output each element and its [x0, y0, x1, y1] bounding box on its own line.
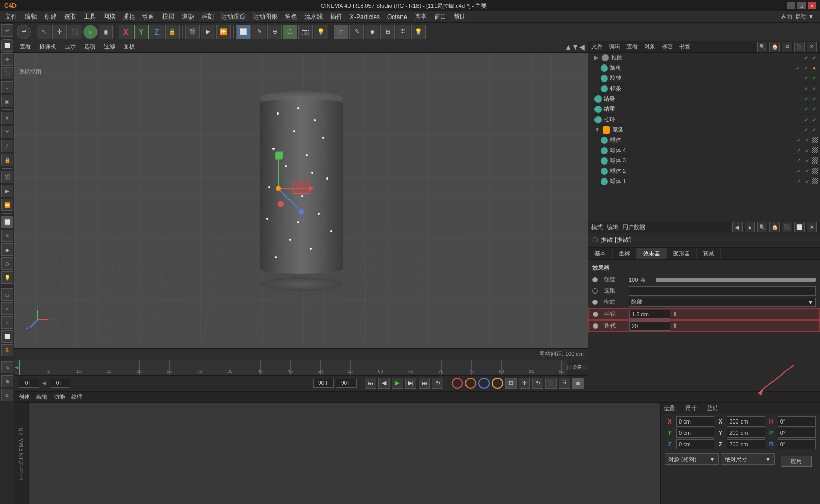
render-view-btn[interactable]: 🎬: [1, 171, 13, 183]
lock-btn[interactable]: 🔒: [1, 154, 13, 166]
menu-octane[interactable]: Octane: [384, 12, 410, 22]
menu-tools[interactable]: 工具: [81, 11, 99, 22]
obj-check2[interactable]: ✓: [803, 178, 811, 185]
z-axis-tool[interactable]: Z: [150, 25, 164, 39]
vp-camera[interactable]: 摄像机: [37, 43, 58, 51]
settings-btn[interactable]: ⚙: [1, 389, 13, 401]
bt-edit[interactable]: 编辑: [36, 393, 47, 401]
transform-tool[interactable]: ▣: [1, 95, 13, 107]
obj-arrow-tuisan[interactable]: ▶: [594, 55, 599, 60]
obj-arrow-clone[interactable]: ▼: [594, 127, 600, 133]
menu-select[interactable]: 选取: [61, 11, 79, 22]
om-bookmarks[interactable]: 书签: [679, 43, 690, 51]
interface-dropdown[interactable]: 界面: 启动 ▼: [781, 13, 818, 21]
om-tags[interactable]: 标签: [662, 43, 673, 51]
render-region-btn[interactable]: 🎬: [185, 25, 200, 39]
snap-btn[interactable]: ⊕: [1, 375, 13, 387]
obj-check2[interactable]: ✓: [803, 147, 811, 154]
vp-panel[interactable]: 面板: [121, 43, 137, 51]
obj-check2[interactable]: ✓: [802, 64, 810, 72]
x-axis-btn[interactable]: X: [1, 112, 13, 124]
rigging-btn[interactable]: ◆: [365, 25, 379, 39]
obj-row-sphere4[interactable]: 球体.4 ✓ ✓: [588, 145, 820, 156]
menu-pipeline[interactable]: 流水线: [301, 11, 326, 22]
om-file[interactable]: 文件: [591, 43, 603, 51]
point-mode-btn[interactable]: ✓: [1, 302, 13, 315]
prop-dropdown-mode[interactable]: 隐藏 ▼: [629, 298, 816, 307]
obj-check1[interactable]: ✓: [802, 126, 810, 134]
extra-btn[interactable]: 💡: [411, 25, 426, 39]
dots-transport-btn[interactable]: ⠿: [559, 378, 570, 389]
y-axis-btn[interactable]: Y: [1, 126, 13, 138]
obj-check2[interactable]: ✓: [811, 54, 818, 61]
undo-tool[interactable]: ↩: [1, 24, 13, 37]
coord-b-rot[interactable]: 0°: [778, 439, 816, 449]
prop-radio-selection[interactable]: [592, 288, 598, 294]
prop-input-selection[interactable]: [629, 286, 816, 296]
render-anim-btn[interactable]: ⏩: [1, 199, 13, 211]
props-search[interactable]: 🔍: [757, 222, 767, 232]
apply-button[interactable]: 应用: [781, 456, 812, 467]
transform-btn[interactable]: ▣: [99, 25, 113, 39]
props-tab-basic[interactable]: 基本: [588, 248, 613, 259]
mograph-btn[interactable]: ⬡: [1, 257, 13, 270]
loop-btn[interactable]: ↻: [432, 378, 443, 389]
scale-tool[interactable]: ⬛: [1, 67, 13, 79]
close-button[interactable]: ✕: [808, 2, 816, 9]
scale-transport-btn[interactable]: ⬛: [545, 378, 557, 389]
vp-view[interactable]: 查看: [18, 43, 33, 51]
menu-edit[interactable]: 编辑: [22, 11, 40, 22]
props-copy[interactable]: ⬛: [782, 222, 792, 232]
props-arrow-left[interactable]: ◀: [732, 222, 743, 232]
x-axis-tool[interactable]: X: [119, 25, 133, 39]
model-btn[interactable]: ⬜: [1, 216, 13, 228]
bt-function[interactable]: 功能: [54, 393, 65, 401]
obj-check2[interactable]: ✓: [811, 85, 818, 92]
spline-btn[interactable]: ⊕: [267, 25, 282, 39]
paint-btn[interactable]: ✎: [349, 25, 364, 39]
go-start-btn[interactable]: ⏮: [365, 378, 376, 389]
menu-snap[interactable]: 捕捉: [120, 11, 138, 22]
frame-end2-field[interactable]: [336, 379, 357, 388]
model-mode-btn[interactable]: □: [334, 25, 348, 39]
maximize-button[interactable]: □: [797, 2, 806, 9]
motion-indicator[interactable]: [478, 378, 490, 389]
grid-btn[interactable]: ⊞: [380, 25, 395, 39]
s-btn[interactable]: S: [1, 344, 13, 356]
menu-file[interactable]: 文件: [2, 11, 21, 22]
coord-size-dropdown[interactable]: 绝对尺寸 ▼: [721, 453, 775, 465]
obj-check1[interactable]: ✓: [795, 137, 802, 144]
coord-h-rot[interactable]: 0°: [778, 416, 816, 427]
props-mode[interactable]: 模式: [591, 223, 603, 231]
obj-row-sphere3[interactable]: 球体.3 ✓ ✓: [588, 156, 820, 166]
props-arrow-up[interactable]: ▲: [745, 222, 755, 232]
play-btn[interactable]: ▶: [392, 378, 403, 389]
prop-input-radius[interactable]: [629, 310, 670, 319]
obj-row-yangtiao[interactable]: 样条 ✓ ✓: [588, 84, 820, 94]
camera-btn[interactable]: 📷: [298, 25, 313, 39]
prev-frame-btn[interactable]: ◀: [378, 378, 390, 389]
obj-row-suiji[interactable]: 随机 ✓ ✓ ●: [588, 63, 820, 73]
bt-texture[interactable]: 纹理: [71, 393, 83, 401]
prop-radio-radius[interactable]: [593, 312, 598, 317]
frame-current-field[interactable]: [50, 379, 70, 388]
obj-check2[interactable]: ✓: [811, 116, 818, 123]
props-home[interactable]: 🏠: [769, 222, 780, 232]
prop-radio-mode[interactable]: [592, 300, 598, 305]
om-close-btn[interactable]: ✕: [807, 42, 817, 52]
om-settings-btn[interactable]: ⚙: [782, 42, 792, 52]
obj-check1[interactable]: ✓: [802, 106, 810, 113]
grid-view-btn[interactable]: ⊞: [505, 378, 517, 389]
obj-row-sphere1[interactable]: 球体.1 ✓ ✓: [588, 176, 820, 187]
prop-iterations-spinner[interactable]: ⬆: [672, 322, 678, 330]
menu-simulate[interactable]: 模拟: [159, 11, 178, 22]
light-btn[interactable]: 💡: [1, 271, 13, 284]
curve-btn[interactable]: ∿: [1, 361, 13, 373]
obj-check2[interactable]: ✓: [803, 137, 811, 144]
coord-p-rot[interactable]: 0°: [778, 428, 816, 438]
next-frame-btn[interactable]: ▶|: [405, 378, 416, 389]
move-transport-btn[interactable]: ✛: [519, 378, 530, 389]
props-tab-effectors[interactable]: 效果器: [637, 248, 667, 259]
obj-check2[interactable]: ✓: [811, 106, 818, 113]
obj-mode-btn[interactable]: □: [1, 288, 13, 301]
